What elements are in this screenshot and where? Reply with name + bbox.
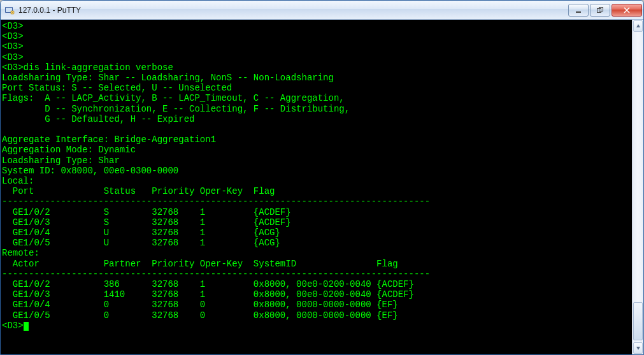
client-area: <D3> <D3> <D3> <D3> <D3>dis link-aggrega… bbox=[1, 20, 643, 354]
close-button[interactable] bbox=[612, 4, 642, 17]
maximize-button[interactable] bbox=[590, 4, 610, 17]
local-row: GE1/0/3 S 32768 1 {ACDEF} bbox=[2, 217, 291, 228]
prompt: <D3> bbox=[2, 21, 24, 31]
output-line: G -- Defaulted, H -- Expired bbox=[2, 114, 194, 124]
local-row: GE1/0/5 U 32768 1 {ACG} bbox=[2, 238, 280, 248]
output-line: System ID: 0x8000, 00e0-0300-0000 bbox=[2, 166, 178, 176]
output-line: Loadsharing Type: Shar -- Loadsharing, N… bbox=[2, 73, 334, 83]
separator: ----------------------------------------… bbox=[2, 196, 430, 206]
scroll-track[interactable] bbox=[633, 33, 643, 342]
output-line: Aggregation Mode: Dynamic bbox=[2, 145, 136, 155]
prompt: <D3> bbox=[2, 41, 24, 52]
remote-row: GE1/0/3 1410 32768 1 0x8000, 00e0-0200-0… bbox=[2, 289, 414, 300]
vertical-scrollbar[interactable] bbox=[632, 20, 643, 354]
scroll-thumb[interactable] bbox=[633, 302, 643, 340]
remote-row: GE1/0/4 0 32768 0 0x8000, 0000-0000-0000… bbox=[2, 300, 398, 310]
prompt: <D3> bbox=[2, 31, 24, 41]
local-row: GE1/0/2 S 32768 1 {ACDEF} bbox=[2, 207, 291, 217]
separator: ----------------------------------------… bbox=[2, 269, 430, 279]
scroll-down-button[interactable] bbox=[633, 342, 643, 354]
local-title: Local: bbox=[2, 176, 34, 186]
cursor bbox=[24, 322, 29, 331]
window-buttons bbox=[567, 4, 642, 17]
remote-cols: Actor Partner Priority Oper-Key SystemID… bbox=[2, 259, 398, 269]
local-cols: Port Status Priority Oper-Key Flag bbox=[2, 186, 275, 196]
prompt: <D3> bbox=[2, 52, 24, 62]
svg-rect-5 bbox=[576, 11, 581, 13]
terminal[interactable]: <D3> <D3> <D3> <D3> <D3>dis link-aggrega… bbox=[1, 20, 632, 354]
titlebar[interactable]: 127.0.0.1 - PuTTY bbox=[1, 1, 643, 20]
output-line: Loadsharing Type: Shar bbox=[2, 156, 120, 166]
output-line: Aggregate Interface: Bridge-Aggregation1 bbox=[2, 134, 216, 145]
output-line: D -- Synchronization, E -- Collecting, F… bbox=[2, 104, 350, 114]
window-title: 127.0.0.1 - PuTTY bbox=[18, 6, 567, 15]
output-line: Flags: A -- LACP_Activity, B -- LACP_Tim… bbox=[2, 93, 345, 103]
prompt: <D3> bbox=[2, 62, 24, 73]
output-line: Port Status: S -- Selected, U -- Unselec… bbox=[2, 83, 232, 93]
local-row: GE1/0/4 U 32768 1 {ACG} bbox=[2, 228, 280, 238]
remote-title: Remote: bbox=[2, 248, 39, 258]
prompt: <D3> bbox=[2, 321, 24, 331]
scroll-up-button[interactable] bbox=[633, 20, 643, 32]
command: dis link-aggregation verbose bbox=[24, 62, 173, 73]
remote-row: GE1/0/2 386 32768 1 0x8000, 00e0-0200-00… bbox=[2, 279, 414, 289]
putty-window: 127.0.0.1 - PuTTY <D3> <D3> <D3> <D3> <D… bbox=[0, 0, 644, 355]
putty-icon bbox=[4, 5, 15, 15]
remote-row: GE1/0/5 0 32768 0 0x8000, 0000-0000-0000… bbox=[2, 310, 398, 321]
svg-marker-11 bbox=[636, 347, 640, 350]
svg-marker-10 bbox=[636, 24, 640, 27]
minimize-button[interactable] bbox=[568, 4, 589, 17]
